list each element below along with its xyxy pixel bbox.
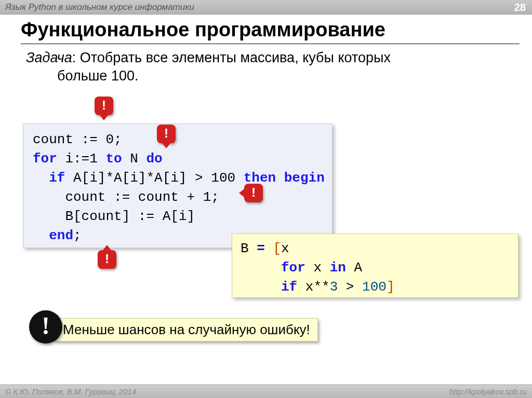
task-text: Задача: Отобрать все элементы массива, к…	[26, 49, 511, 85]
task-line1: : Отобрать все элементы массива, кубы ко…	[72, 50, 391, 65]
kw-end: end	[49, 228, 73, 243]
kw-for: for	[33, 151, 57, 167]
py-if: if	[281, 279, 297, 295]
python-code-box: B = [x for x in A if x**3 > 100]	[232, 234, 518, 298]
py-in: in	[330, 260, 346, 276]
py-lbracket: [	[265, 241, 281, 256]
kw-begin: begin	[284, 170, 325, 186]
pascal-code-box: count := 0; for i:=1 to N do if A[i]*A[i…	[23, 123, 332, 248]
kw-to: to	[105, 151, 122, 167]
pascal-cond: A[i]*A[i]*A[i] > 100	[65, 170, 243, 186]
py-xpow: x**	[297, 279, 329, 295]
header-bar: Язык Python в школьном курсе информатики…	[0, 0, 532, 15]
pascal-line4: count := count + 1;	[33, 189, 219, 205]
py-pad2	[241, 279, 281, 295]
py-x2: x	[305, 260, 330, 276]
pascal-line5: B[count] := A[i]	[33, 209, 195, 224]
slide-title: Функциональное программирование	[21, 19, 385, 41]
pascal-line1: count := 0;	[33, 132, 122, 147]
hint-callout: Меньше шансов на случайную ошибку!	[55, 318, 318, 341]
py-rbracket: ]	[387, 279, 395, 295]
py-pad1	[241, 260, 281, 276]
title-rule	[21, 44, 520, 44]
py-eq: =	[257, 241, 265, 256]
warn-bubble-3: !	[244, 184, 263, 202]
kw-do: do	[146, 151, 162, 167]
footer-url: http://kpolyakov.spb.ru	[449, 385, 527, 398]
pascal-semi: ;	[73, 228, 82, 243]
hint-disc-icon: !	[29, 310, 62, 344]
slide: Язык Python в школьном курсе информатики…	[0, 0, 532, 398]
py-gt: >	[338, 279, 362, 295]
py-for: for	[281, 260, 305, 276]
py-3: 3	[330, 279, 338, 295]
py-A: A	[346, 260, 362, 276]
page-number: 28	[514, 0, 526, 15]
warn-bubble-2: !	[157, 125, 176, 143]
task-line2: больше 100.	[26, 67, 511, 85]
py-100: 100	[362, 279, 387, 295]
warn-bubble-1: !	[95, 97, 113, 115]
pascal-ieq: i:=1	[57, 151, 106, 167]
py-lhs: B	[241, 241, 257, 256]
course-title: Язык Python в школьном курсе информатики	[5, 2, 194, 12]
kw-if: if	[49, 170, 65, 186]
footer-credits: © К.Ю. Поляков, В.М. Гуровиц, 2014	[5, 387, 136, 396]
footer-bar: © К.Ю. Поляков, В.М. Гуровиц, 2014 http:…	[0, 385, 532, 398]
py-x: x	[281, 241, 289, 256]
pascal-N: N	[122, 151, 147, 167]
warn-bubble-4: !	[98, 250, 116, 269]
task-lead: Задача	[26, 50, 72, 65]
